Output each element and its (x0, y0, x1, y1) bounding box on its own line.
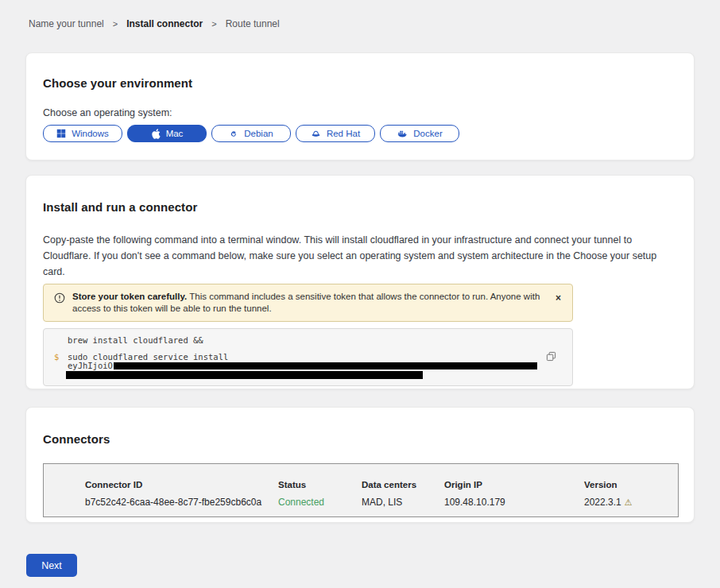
token-warning-banner: Store your token carefully. This command… (43, 284, 573, 322)
install-description: Copy-paste the following command into a … (43, 232, 674, 280)
breadcrumb-separator: > (113, 19, 118, 29)
docker-icon (397, 129, 408, 138)
windows-icon (56, 129, 66, 138)
copy-icon[interactable] (546, 351, 556, 364)
connectors-card: Connectors Connector ID Status Data cent… (25, 407, 695, 523)
debian-icon (229, 129, 238, 138)
alert-circle-icon (54, 292, 65, 304)
os-button-windows[interactable]: Windows (43, 125, 122, 142)
install-connector-card: Install and run a connector Copy-paste t… (25, 175, 695, 389)
breadcrumb-install-connector[interactable]: Install connector (126, 18, 203, 29)
os-button-debian[interactable]: Debian (211, 125, 291, 142)
environment-card-title: Choose your environment (43, 76, 677, 91)
os-button-mac[interactable]: Mac (127, 125, 207, 142)
next-button[interactable]: Next (26, 554, 77, 577)
os-button-label: Debian (244, 129, 273, 138)
col-header-origin-ip: Origin IP (444, 480, 584, 489)
os-button-redhat[interactable]: Red Hat (296, 125, 375, 142)
col-header-data-centers: Data centers (362, 480, 444, 489)
origin-ip-value: 109.48.10.179 (444, 497, 584, 508)
breadcrumb-route-tunnel[interactable]: Route tunnel (226, 18, 280, 29)
status-badge: Connected (278, 497, 362, 508)
code-line-token: eyJhIjoiO (68, 362, 572, 370)
connector-row: b7c52c42-6caa-48ee-8c77-fbe259cb6c0a Con… (85, 497, 678, 508)
col-header-version: Version (584, 480, 678, 489)
code-line-brew: brew install cloudflared && (68, 336, 572, 345)
install-card-title: Install and run a connector (43, 200, 677, 215)
os-button-label: Docker (413, 129, 442, 138)
os-button-label: Red Hat (327, 129, 360, 138)
connectors-card-title: Connectors (43, 432, 677, 447)
apple-icon (151, 128, 161, 139)
breadcrumb-separator: > (211, 19, 216, 29)
code-line-sudo: $ sudo cloudflared service install (54, 353, 572, 362)
version-value: 2022.3.1 ⚠ (584, 497, 678, 508)
install-command-code-block: brew install cloudflared && $ sudo cloud… (43, 328, 573, 386)
close-icon[interactable]: × (555, 293, 561, 303)
breadcrumb-name-your-tunnel[interactable]: Name your tunnel (29, 18, 104, 29)
version-warning-icon: ⚠ (625, 497, 633, 508)
data-centers-value: MAD, LIS (362, 497, 444, 508)
os-button-row: Windows Mac Debian (43, 125, 677, 142)
connectors-table-header: Connector ID Status Data centers Origin … (85, 480, 678, 489)
choose-environment-card: Choose your environment Choose an operat… (25, 52, 695, 161)
os-select-label: Choose an operating system: (43, 107, 677, 118)
redhat-icon (311, 129, 321, 138)
connectors-table: Connector ID Status Data centers Origin … (43, 463, 679, 517)
redacted-token-bar (66, 371, 423, 379)
breadcrumb: Name your tunnel > Install connector > R… (29, 18, 280, 29)
os-button-label: Windows (72, 129, 109, 138)
col-header-connector-id: Connector ID (85, 480, 278, 489)
os-button-docker[interactable]: Docker (380, 125, 459, 142)
os-button-label: Mac (166, 129, 184, 138)
token-warning-text: Store your token carefully. This command… (72, 291, 545, 315)
col-header-status: Status (278, 480, 362, 489)
connector-id-value: b7c52c42-6caa-48ee-8c77-fbe259cb6c0a (85, 497, 278, 508)
shell-prompt: $ (54, 353, 68, 362)
redacted-token-bar (114, 362, 537, 369)
